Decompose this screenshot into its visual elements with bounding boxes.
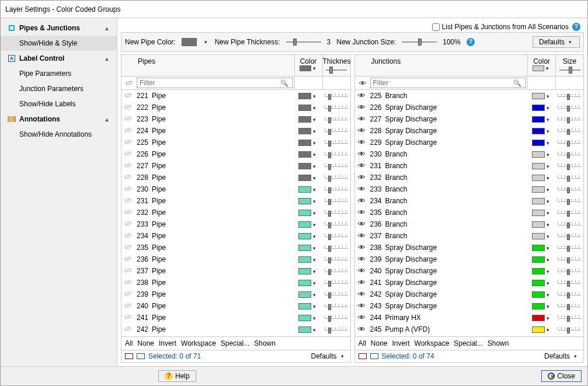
- eye-hidden-icon[interactable]: [121, 232, 134, 240]
- row-slider[interactable]: [555, 127, 583, 135]
- eye-hidden-icon[interactable]: [121, 255, 134, 263]
- select-outline-icon[interactable]: [359, 353, 367, 359]
- eye-icon[interactable]: [355, 185, 368, 193]
- row-color[interactable]: ▾: [527, 115, 555, 123]
- row-slider[interactable]: [555, 232, 583, 240]
- table-row[interactable]: 238 Pipe ▾: [121, 277, 350, 288]
- row-slider[interactable]: [322, 208, 350, 217]
- eye-icon[interactable]: [355, 314, 368, 322]
- eye-hidden-icon[interactable]: [121, 115, 134, 123]
- eye-icon[interactable]: [355, 302, 368, 310]
- table-row[interactable]: 224 Pipe ▾: [121, 125, 350, 137]
- table-row[interactable]: 222 Pipe ▾: [121, 102, 350, 113]
- row-slider[interactable]: [555, 150, 583, 158]
- row-slider[interactable]: [555, 185, 583, 193]
- help-icon[interactable]: ?: [572, 23, 580, 31]
- table-row[interactable]: 235 Branch ▾: [355, 207, 584, 218]
- row-slider[interactable]: [322, 325, 350, 333]
- select-invert[interactable]: Invert: [159, 339, 176, 347]
- table-row[interactable]: 227 Pipe ▾: [121, 160, 350, 172]
- select-invert[interactable]: Invert: [392, 339, 410, 347]
- table-row[interactable]: 235 Pipe ▾: [121, 242, 350, 253]
- chevron-down-icon[interactable]: ▾: [203, 39, 209, 45]
- row-slider[interactable]: [322, 255, 350, 263]
- eye-hidden-icon[interactable]: [121, 185, 134, 193]
- chevron-down-icon[interactable]: ▾: [545, 175, 551, 181]
- thickness-slider[interactable]: [286, 37, 321, 47]
- row-color[interactable]: ▾: [294, 255, 322, 263]
- row-color[interactable]: ▾: [294, 244, 322, 252]
- row-color[interactable]: ▾: [527, 150, 555, 158]
- table-row[interactable]: 239 Pipe ▾: [121, 288, 350, 300]
- chevron-down-icon[interactable]: ▾: [311, 187, 318, 193]
- help-icon[interactable]: ?: [467, 38, 475, 46]
- eye-icon[interactable]: [355, 325, 368, 333]
- row-slider[interactable]: [322, 197, 350, 205]
- table-row[interactable]: 241 Spray Discharge ▾: [355, 277, 584, 288]
- chevron-down-icon[interactable]: ▾: [311, 140, 318, 146]
- eye-hidden-icon[interactable]: [121, 162, 134, 170]
- sidebar-header-annotations[interactable]: Annotations ▲: [1, 112, 117, 127]
- chevron-down-icon[interactable]: ▾: [311, 269, 318, 274]
- row-slider[interactable]: [322, 92, 350, 100]
- table-row[interactable]: 237 Branch ▾: [355, 230, 584, 242]
- table-row[interactable]: 237 Pipe ▾: [121, 265, 350, 277]
- eye-icon[interactable]: [355, 255, 368, 263]
- eye-icon[interactable]: [355, 220, 368, 228]
- chevron-down-icon[interactable]: ▾: [545, 280, 551, 286]
- row-slider[interactable]: [555, 162, 583, 170]
- table-row[interactable]: 233 Pipe ▾: [121, 218, 350, 230]
- chevron-down-icon[interactable]: ▾: [545, 304, 551, 310]
- eye-icon[interactable]: [355, 232, 368, 240]
- eye-icon[interactable]: [355, 162, 368, 170]
- select-shown[interactable]: Shown: [488, 339, 509, 347]
- chevron-down-icon[interactable]: ▾: [545, 257, 551, 263]
- select-fill-icon[interactable]: [370, 353, 378, 359]
- pipes-filter-input[interactable]: [137, 78, 293, 88]
- sidebar-header-label-control[interactable]: A Label Control ▲: [1, 51, 117, 66]
- table-row[interactable]: 234 Branch ▾: [355, 195, 584, 207]
- junction-size-slider[interactable]: [402, 37, 437, 47]
- chevron-down-icon[interactable]: ▾: [545, 222, 551, 228]
- row-color[interactable]: ▾: [294, 103, 322, 112]
- table-row[interactable]: 231 Branch ▾: [355, 160, 584, 172]
- chevron-down-icon[interactable]: ▾: [545, 292, 551, 298]
- header-color-swatch[interactable]: [300, 65, 311, 71]
- row-color[interactable]: ▾: [294, 138, 322, 147]
- sidebar-item-junction-parameters[interactable]: Junction Parameters: [1, 81, 117, 96]
- chevron-down-icon[interactable]: ▾: [311, 257, 318, 263]
- row-color[interactable]: ▾: [294, 279, 322, 287]
- select-all[interactable]: All: [359, 339, 366, 347]
- row-color[interactable]: ▾: [527, 302, 555, 310]
- row-color[interactable]: ▾: [294, 208, 322, 217]
- chevron-down-icon[interactable]: ▾: [311, 327, 318, 333]
- eye-hidden-icon[interactable]: [121, 208, 134, 217]
- eye-hidden-icon[interactable]: [121, 267, 134, 275]
- chevron-down-icon[interactable]: ▾: [311, 292, 318, 298]
- table-row[interactable]: 239 Spray Discharge ▾: [355, 253, 584, 265]
- search-icon[interactable]: 🔍: [280, 79, 288, 87]
- select-workspace[interactable]: Workspace: [181, 339, 216, 347]
- table-row[interactable]: 233 Branch ▾: [355, 183, 584, 195]
- sidebar-item-showhide-labels[interactable]: Show/Hide Labels: [1, 96, 117, 112]
- chevron-down-icon[interactable]: ▾: [311, 65, 318, 71]
- row-slider[interactable]: [322, 127, 350, 135]
- row-slider[interactable]: [322, 220, 350, 228]
- table-row[interactable]: 225 Branch ▾: [355, 90, 584, 102]
- row-slider[interactable]: [555, 325, 583, 333]
- row-color[interactable]: ▾: [527, 173, 555, 182]
- sidebar-header-pipes[interactable]: Pipes & Junctions ▲: [1, 20, 117, 36]
- table-row[interactable]: 238 Spray Discharge ▾: [355, 242, 584, 253]
- chevron-down-icon[interactable]: ▾: [311, 234, 318, 239]
- row-color[interactable]: ▾: [527, 138, 555, 147]
- row-slider[interactable]: [555, 255, 583, 263]
- chevron-down-icon[interactable]: ▾: [311, 315, 318, 321]
- eye-icon[interactable]: [355, 267, 368, 275]
- select-none[interactable]: None: [371, 339, 388, 347]
- row-color[interactable]: ▾: [294, 92, 322, 100]
- chevron-down-icon[interactable]: ▾: [311, 175, 318, 181]
- row-slider[interactable]: [322, 244, 350, 252]
- table-row[interactable]: 227 Spray Discharge ▾: [355, 113, 584, 125]
- eye-icon[interactable]: [355, 115, 368, 123]
- row-color[interactable]: ▾: [527, 220, 555, 228]
